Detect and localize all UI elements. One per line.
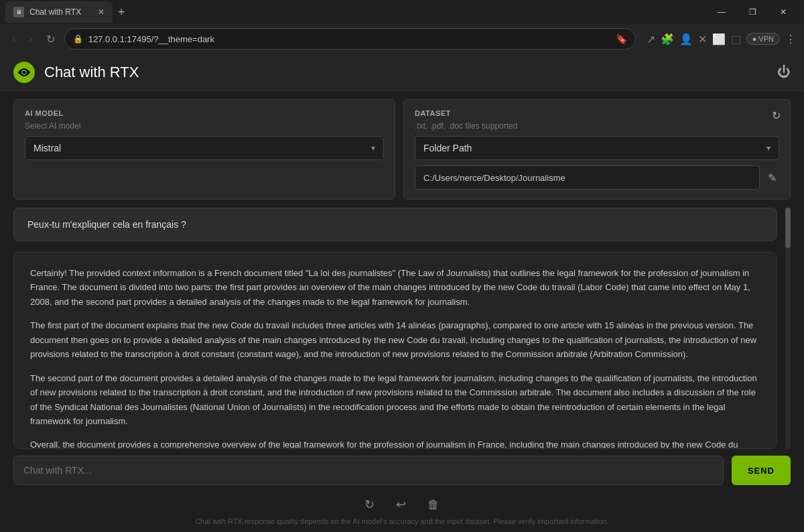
send-button[interactable]: SEND [732, 456, 791, 485]
dataset-refresh-button[interactable]: ↻ [772, 109, 781, 122]
folder-edit-button[interactable]: ✎ [765, 169, 779, 187]
extensions-icon[interactable]: 🧩 [661, 33, 674, 46]
reset-button[interactable]: ↻ [362, 494, 377, 515]
tab-title: Chat with RTX [29, 7, 92, 17]
back-button[interactable]: ‹ [8, 30, 19, 48]
folder-path-label: Folder Path [423, 143, 766, 153]
address-text: 127.0.0.1:17495/?__theme=dark [88, 34, 610, 44]
share-icon[interactable]: ↗ [647, 33, 655, 46]
tab-favicon: 🖥 [13, 7, 24, 17]
window-minimize-button[interactable]: — [706, 0, 737, 24]
chat-area: Peux-tu m'expliquer cela en français ? C… [0, 208, 804, 532]
secure-icon: 🔒 [73, 34, 83, 44]
undo-button[interactable]: ↩ [393, 494, 409, 515]
browser-menu-icon[interactable]: ⋮ [785, 33, 796, 46]
power-button[interactable]: ⏻ [777, 64, 791, 80]
x-icon[interactable]: ✕ [698, 33, 707, 46]
ai-paragraph-2: The first part of the document explains … [30, 318, 760, 361]
app-header: Chat with RTX ⏻ [0, 54, 804, 91]
folder-path-row: C:/Users/nerce/Desktop/Journalisme ✎ [415, 165, 779, 190]
ai-paragraph-3: The second part of the document provides… [30, 371, 760, 429]
browser-toolbar-extras: ↗ 🧩 👤 ✕ ⬜ ⬚ ● VPN ⋮ [647, 33, 796, 46]
ai-model-selected: Mistral [34, 143, 371, 153]
nvidia-logo [13, 62, 35, 83]
ai-model-panel: AI model Select AI model Mistral ▾ [13, 99, 395, 200]
window-controls: — ❐ ✕ [706, 0, 799, 24]
ai-response-container: Certainly! The provided context informat… [13, 252, 777, 449]
address-bar[interactable]: 🔒 127.0.0.1:17495/?__theme=dark 🔖 [64, 28, 636, 50]
ai-model-label: AI model [25, 109, 384, 117]
footer-actions: ↻ ↩ 🗑 [13, 490, 791, 517]
dataset-panel: Dataset .txt, .pdf, .doc files supported… [403, 99, 791, 200]
profile-icon[interactable]: 👤 [679, 33, 693, 46]
app-container: Chat with RTX ⏻ AI model Select AI model… [0, 54, 804, 532]
ai-model-sublabel: Select AI model [25, 121, 384, 131]
scrollbar-thumb[interactable] [785, 208, 791, 248]
window-close-button[interactable]: ✕ [768, 0, 799, 24]
scrollbar-track[interactable] [785, 208, 791, 449]
ai-paragraph-1: Certainly! The provided context informat… [30, 266, 760, 309]
bookmark-icon[interactable]: 🔖 [616, 34, 627, 44]
tab-close-button[interactable]: ✕ [98, 7, 105, 17]
browser-title-bar: 🖥 Chat with RTX ✕ + — ❐ ✕ [0, 0, 804, 24]
forward-button[interactable]: › [25, 30, 36, 48]
sidebar-icon[interactable]: ⬜ [712, 33, 726, 46]
browser-tab[interactable]: 🖥 Chat with RTX ✕ [5, 1, 113, 23]
tab-groups-icon[interactable]: ⬚ [731, 33, 741, 46]
new-tab-button[interactable]: + [115, 3, 128, 22]
nvidia-eye-icon [17, 67, 31, 78]
app-title: Chat with RTX [44, 64, 139, 81]
delete-button[interactable]: 🗑 [425, 495, 442, 515]
chat-input-row: SEND [13, 449, 791, 490]
user-message-bubble: Peux-tu m'expliquer cela en français ? [13, 208, 777, 241]
folder-path-text: C:/Users/nerce/Desktop/Journalisme [423, 173, 565, 183]
chat-messages-wrapper: Peux-tu m'expliquer cela en français ? C… [13, 208, 791, 449]
config-row: AI model Select AI model Mistral ▾ Datas… [0, 91, 804, 208]
svg-point-0 [23, 70, 26, 74]
refresh-button[interactable]: ↻ [42, 30, 59, 48]
folder-path-box: C:/Users/nerce/Desktop/Journalisme [415, 165, 760, 190]
footer-disclaimer: Chat with RTX response quality depends o… [13, 517, 791, 532]
ai-paragraph-4: Overall, the document provides a compreh… [30, 438, 760, 449]
chat-input[interactable] [13, 456, 724, 485]
ai-model-dropdown[interactable]: Mistral ▾ [25, 136, 384, 160]
ai-model-dropdown-arrow: ▾ [371, 143, 375, 153]
browser-address-bar: ‹ › ↻ 🔒 127.0.0.1:17495/?__theme=dark 🔖 … [0, 24, 804, 54]
dataset-file-types: .txt, .pdf, .doc files supported [415, 121, 779, 131]
window-maximize-button[interactable]: ❐ [737, 0, 768, 24]
folder-path-dropdown[interactable]: Folder Path ▾ [415, 136, 779, 160]
user-message-text: Peux-tu m'expliquer cela en français ? [27, 219, 186, 230]
vpn-badge: ● VPN [746, 33, 780, 45]
dataset-label: Dataset [415, 109, 779, 117]
folder-dropdown-arrow: ▾ [766, 143, 770, 153]
